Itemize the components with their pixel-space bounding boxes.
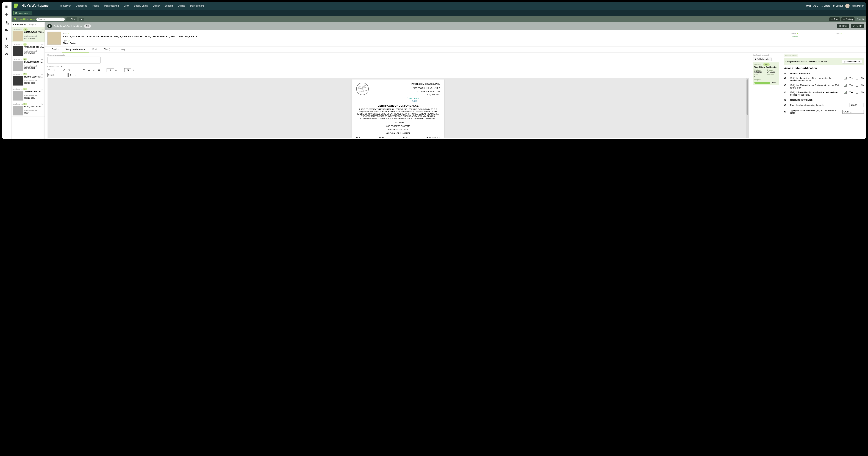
search-box[interactable] (36, 18, 65, 21)
tab-files[interactable]: Files (1) (100, 47, 115, 53)
chat-icon[interactable] (5, 29, 8, 32)
end-label: End date (767, 69, 778, 71)
rotate-ccw-icon[interactable]: ↶ (62, 68, 66, 72)
q4-no-checkbox[interactable] (856, 91, 858, 94)
passfail-label: Pass/Fail (767, 74, 778, 76)
cert-list-item[interactable]: Certification ID7PartMOTOR, ELECTR 230V/… (11, 72, 45, 87)
edit-status-icon[interactable] (797, 32, 799, 34)
comments-input[interactable] (48, 57, 100, 64)
pdf-search-prev[interactable]: ↑ (68, 73, 72, 77)
q4-num: #4 (784, 91, 788, 94)
pdf-cust1: ASC PROCESS SYSTEMS (356, 125, 440, 127)
zoom-out-icon[interactable]: − (72, 68, 76, 72)
cert-part-name: CRATE, WOOD, (INSIDE DIMS) 1, (24, 31, 44, 33)
tab-verify[interactable]: Verify conformance (62, 47, 89, 53)
nav-support[interactable]: Support (165, 4, 173, 7)
logout-link[interactable]: Logout (833, 4, 843, 7)
cert-list-item[interactable]: Certification ID5PartHEAD, 2:1 SE AS MIN… (11, 102, 45, 117)
page-input[interactable] (106, 68, 114, 72)
org-value[interactable]: ASC (813, 4, 818, 7)
q7-num: #7 (784, 111, 788, 113)
filter-button[interactable]: Filter (66, 18, 77, 21)
add-doc-icon[interactable] (60, 65, 63, 68)
apps-icon[interactable] (5, 4, 8, 8)
svg-rect-4 (6, 6, 7, 7)
nav-development[interactable]: Development (190, 4, 204, 7)
nav-quality[interactable]: Quality (153, 4, 160, 7)
cert-list-item[interactable]: Certification ID10PartCRATE, WOOD, (INSI… (11, 27, 45, 42)
copy-button[interactable]: Copy (837, 24, 849, 28)
pdf-viewer[interactable]: PRECISION CRATES INCPCSYLMAR, CA PRECISI… (48, 78, 749, 138)
nav-people[interactable]: People (92, 4, 99, 7)
status-value: Certified (791, 35, 834, 38)
q7-input[interactable] (842, 110, 864, 114)
edit-part-icon[interactable] (67, 32, 69, 34)
workspace-title: Nick's Workspace (22, 4, 49, 8)
tab-history[interactable]: History (115, 47, 129, 53)
add-button[interactable] (79, 18, 84, 21)
rotate-cw-icon[interactable]: ↷ (67, 68, 71, 72)
list-tab-certifications[interactable]: Certifications (11, 22, 28, 27)
q7-text: Type your name acknowledging you receive… (790, 109, 840, 114)
nav-productivity[interactable]: Productivity (59, 4, 71, 7)
close-tab-icon[interactable]: ✕ (29, 12, 30, 14)
pdf-search-next[interactable]: ↓ (73, 73, 77, 77)
setting-button[interactable]: Setting (841, 18, 855, 21)
fit-icon[interactable] (82, 68, 86, 72)
q3-yes-checkbox[interactable] (844, 84, 846, 87)
q4-yes-checkbox[interactable] (844, 91, 846, 94)
cert-part-name: TRANSDUCER, - 4-20MA OUT, .2 (24, 91, 44, 93)
notif-badge: 2 (7, 23, 9, 25)
bell-icon[interactable]: 2 (5, 21, 8, 24)
pdf-customer-hdr: CUSTOMER (356, 121, 440, 124)
add-checklist-button[interactable]: +Add checklist (753, 57, 772, 61)
logo-icon[interactable] (14, 4, 18, 8)
q6-input[interactable] (849, 103, 864, 107)
nav-utilities[interactable]: Utilities (178, 4, 185, 7)
q3-no-checkbox[interactable] (856, 84, 858, 87)
menu-icon[interactable] (48, 68, 51, 72)
hand-icon[interactable] (87, 68, 91, 72)
pdf-search-input[interactable] (48, 73, 68, 77)
tab-post[interactable]: Post (89, 47, 100, 53)
nav-manufacturing[interactable]: Manufacturing (104, 4, 119, 7)
delete-button[interactable]: Delete (851, 24, 864, 28)
open-tab-chip[interactable]: Certifications ✕ (13, 11, 32, 15)
zoom-input[interactable] (124, 68, 131, 72)
cloud-upload-icon[interactable] (5, 53, 8, 56)
q3-text: Verify the PO# on the certification matc… (790, 84, 842, 89)
pencil-icon[interactable] (92, 68, 96, 72)
nav-crm[interactable]: CRM (124, 4, 129, 7)
print-icon[interactable] (97, 68, 101, 72)
cert-list-item[interactable]: Certification ID6PartTRANSDUCER, - 4-20M… (11, 87, 45, 102)
q2-yes-checkbox[interactable] (844, 77, 846, 80)
cert-list-item[interactable]: Certification ID8PartPLUG, FORGED S HEX,… (11, 57, 45, 72)
cert-list-item[interactable]: Certification ID9PartTUBE, RECT, STE 1/4… (11, 42, 45, 57)
plus-icon[interactable] (5, 13, 8, 16)
tour-button[interactable]: Tour (829, 18, 840, 21)
tab-details[interactable]: Details (49, 47, 62, 53)
arrow-down-icon[interactable]: ↓ (57, 68, 61, 72)
running-icon[interactable] (5, 37, 8, 40)
checklist-title: Wood Crate Certification (784, 67, 864, 70)
errors-link[interactable]: Errors (820, 4, 830, 7)
count-label: Count (857, 18, 863, 21)
session-card[interactable]: Session ID 1007 Wood Crate Certification… (753, 62, 779, 85)
clock-icon[interactable] (5, 45, 8, 48)
arrow-up-icon[interactable]: ↑ (52, 68, 56, 72)
list-tab-insights[interactable]: Insights (28, 22, 38, 27)
generate-report-button[interactable]: Generate report (842, 60, 862, 63)
edit-type-icon[interactable] (68, 40, 70, 42)
search-input[interactable] (38, 18, 61, 21)
back-button[interactable] (48, 24, 52, 28)
cert-number: 053123-0004 (24, 67, 44, 69)
session-name: Wood Crate Certification (754, 66, 778, 68)
nav-operations[interactable]: Operations (76, 4, 87, 7)
edit-tags-icon[interactable] (840, 32, 842, 34)
detail-title: Details of Certification (54, 25, 82, 28)
zoom-in-icon[interactable]: + (77, 68, 81, 72)
pdf-scrollbar[interactable] (746, 79, 749, 138)
q2-no-checkbox[interactable] (856, 77, 858, 80)
nav-supply-chain[interactable]: Supply Chain (134, 4, 148, 7)
avatar[interactable] (845, 4, 849, 8)
